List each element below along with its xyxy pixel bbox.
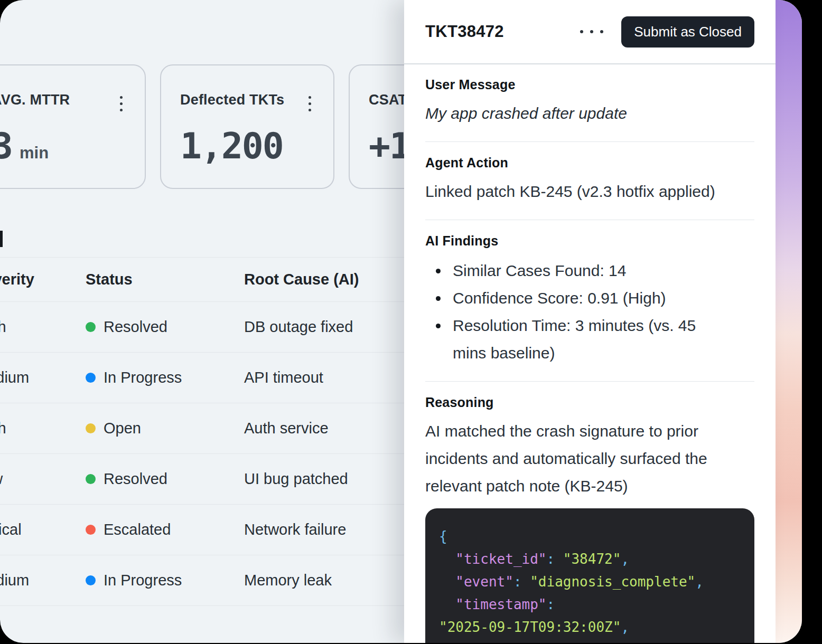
status-cell: In Progress [86,369,244,386]
status-label: In Progress [104,369,182,386]
tickets-table: Severity Status Root Cause (AI) HighReso… [0,257,417,606]
code-line: "ticket_id": "38472", [439,548,741,571]
ticket-detail-drawer: TKT38472 Submit as Closed User Message M… [404,0,776,643]
status-dot-icon [86,423,96,433]
status-label: In Progress [104,572,182,589]
drawer-header: TKT38472 Submit as Closed [404,0,776,64]
kpi-label: Deflected TKTs [180,92,284,108]
table-row[interactable]: MediumIn ProgressAPI timeout [0,353,417,403]
severity-cell: High [0,318,86,336]
finding-item: Resolution Time: 3 minutes (vs. 45 mins … [426,312,722,367]
ai-findings-heading: AI Findings [425,233,754,249]
table-header-row: Severity Status Root Cause (AI) [0,257,417,302]
table-row[interactable]: HighOpenAuth service [0,403,417,454]
agent-action-text: Linked patch KB-245 (v2.3 hotfix applied… [425,178,742,205]
kpi-label: CSAT [369,92,407,108]
status-dot-icon [86,575,96,585]
diagnosis-json-code-block: { "ticket_id": "38472", "event": "diagno… [425,508,754,643]
column-header-root-cause: Root Cause (AI) [244,271,417,288]
status-dot-icon [86,474,96,484]
finding-item: Confidence Score: 0.91 (High) [426,285,722,312]
kpi-unit: min [20,144,49,163]
section-divider [425,220,754,220]
agent-action-heading: Agent Action [425,155,754,171]
drawer-body: User Message My app crashed after update… [404,64,776,643]
kebab-menu-icon[interactable] [117,94,126,113]
status-cell: Resolved [86,318,244,336]
severity-cell: Medium [0,369,86,386]
table-row[interactable]: CriticalEscalatedNetwork failure [0,505,417,555]
kpi-card-avg-mttr: AVG. MTTR 3 min [0,64,146,189]
code-line: { [439,525,741,548]
ai-findings-list: Similar Cases Found: 14Confidence Score:… [425,257,754,367]
root-cause-cell: DB outage fixed [244,318,417,336]
finding-item: Similar Cases Found: 14 [426,257,722,285]
reasoning-heading: Reasoning [425,395,754,410]
severity-cell: Low [0,470,86,488]
section-divider [425,381,754,382]
kpi-value: 3 [0,125,12,167]
severity-cell: High [0,420,86,437]
submit-as-closed-button[interactable]: Submit as Closed [621,16,754,48]
status-label: Resolved [104,470,167,488]
column-header-severity: Severity [0,271,86,288]
code-line: "event": "diagnosis_complete", [439,571,741,593]
code-line: "diagnosis": "Crash signature [439,639,741,643]
status-cell: Escalated [86,521,244,538]
root-cause-cell: API timeout [244,369,417,386]
table-body: HighResolvedDB outage fixedMediumIn Prog… [0,302,417,606]
table-row[interactable]: LowResolvedUI bug patched [0,454,417,505]
root-cause-cell: Memory leak [244,572,417,589]
more-menu-icon[interactable] [578,26,605,37]
root-cause-cell: Network failure [244,521,417,538]
table-row[interactable]: HighResolvedDB outage fixed [0,302,417,353]
status-label: Open [104,420,141,437]
table-row[interactable]: MediumIn ProgressMemory leak [0,555,417,606]
user-message-text: My app crashed after update [425,100,742,127]
kebab-menu-icon[interactable] [305,94,314,113]
status-cell: Resolved [86,470,244,488]
status-cell: Open [86,420,244,437]
severity-cell: Medium [0,572,86,589]
reasoning-text: AI matched the crash signature to prior … [425,418,742,500]
status-dot-icon [86,322,96,332]
kpi-value: 1,200 [180,125,283,167]
severity-cell: Critical [0,521,86,538]
status-label: Escalated [104,521,171,538]
kpi-label: AVG. MTTR [0,92,70,108]
ticket-id-title: TKT38472 [425,22,504,41]
code-line: "timestamp": [439,593,741,616]
section-divider [425,141,754,142]
column-header-status: Status [86,271,244,288]
root-cause-cell: UI bug patched [244,470,417,488]
section-heading-fragment [0,231,3,247]
kpi-card-deflected-tkts: Deflected TKTs 1,200 [160,64,334,189]
status-dot-icon [86,525,96,535]
code-line: "2025-09-17T09:32:00Z", [439,616,741,639]
app-window: AVG. MTTR 3 min Deflected TKTs 1,200 [0,0,802,643]
status-label: Resolved [104,318,167,336]
root-cause-cell: Auth service [244,420,417,437]
status-dot-icon [86,373,96,383]
user-message-heading: User Message [425,77,754,92]
status-cell: In Progress [86,572,244,589]
